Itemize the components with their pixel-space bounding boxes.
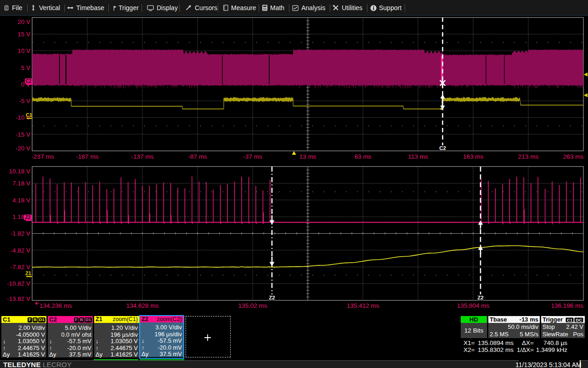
svg-text:-13.82 V: -13.82 V bbox=[7, 295, 30, 302]
svg-text:20 V: 20 V bbox=[17, 18, 30, 25]
svg-text:13 ms: 13 ms bbox=[300, 153, 317, 160]
svg-text:C2: C2 bbox=[439, 145, 446, 151]
svg-text:-1.82 V: -1.82 V bbox=[10, 230, 30, 237]
svg-text:-237 ms: -237 ms bbox=[32, 153, 54, 160]
svg-text:-10.82 V: -10.82 V bbox=[7, 280, 30, 287]
svg-text:163 ms: 163 ms bbox=[463, 153, 484, 160]
svg-text:10 V: 10 V bbox=[17, 47, 30, 54]
svg-text:134.628 ms: 134.628 ms bbox=[126, 302, 159, 309]
svg-text:263 ms: 263 ms bbox=[563, 153, 584, 160]
svg-text:4.18 V: 4.18 V bbox=[12, 197, 30, 204]
svg-text:C2: C2 bbox=[26, 79, 32, 84]
svg-text:135.02 ms: 135.02 ms bbox=[238, 302, 267, 309]
svg-text:134.236 ms: 134.236 ms bbox=[40, 302, 72, 309]
svg-text:135.412 ms: 135.412 ms bbox=[347, 302, 379, 309]
svg-text:C1: C1 bbox=[26, 112, 32, 118]
svg-text:-7.82 V: -7.82 V bbox=[10, 264, 30, 270]
svg-text:136.196 ms: 136.196 ms bbox=[551, 302, 583, 309]
svg-text:63 ms: 63 ms bbox=[355, 153, 372, 160]
svg-text:-15 V: -15 V bbox=[16, 131, 30, 138]
svg-text:-5 V: -5 V bbox=[19, 98, 30, 104]
svg-text:Z2: Z2 bbox=[269, 295, 275, 300]
svg-text:213 ms: 213 ms bbox=[518, 153, 539, 160]
svg-text:Z1: Z1 bbox=[25, 270, 31, 276]
svg-text:113 ms: 113 ms bbox=[408, 153, 428, 160]
svg-text:-20 V: -20 V bbox=[16, 145, 30, 152]
svg-text:15 V: 15 V bbox=[17, 31, 30, 38]
svg-text:Z2: Z2 bbox=[477, 295, 483, 300]
svg-text:-87 ms: -87 ms bbox=[188, 153, 207, 160]
svg-text:-187 ms: -187 ms bbox=[76, 153, 99, 160]
svg-text:-37 ms: -37 ms bbox=[243, 153, 262, 160]
svg-text:135.804 ms: 135.804 ms bbox=[457, 302, 490, 309]
svg-text:7.18 V: 7.18 V bbox=[12, 180, 30, 187]
svg-text:5 V: 5 V bbox=[21, 64, 30, 71]
svg-text:-137 ms: -137 ms bbox=[131, 153, 154, 160]
svg-text:10.18 V: 10.18 V bbox=[9, 168, 30, 175]
svg-text:-4.82 V: -4.82 V bbox=[10, 247, 30, 254]
svg-text:Z2: Z2 bbox=[25, 215, 31, 220]
